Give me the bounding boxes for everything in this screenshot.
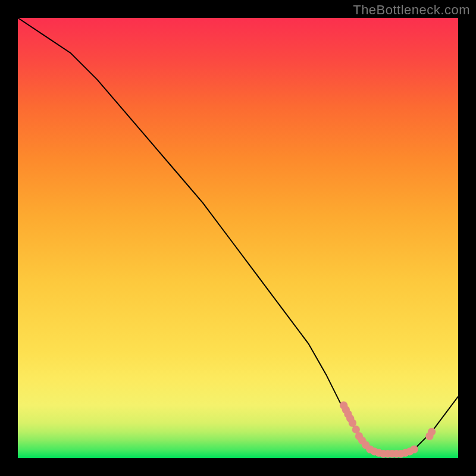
highlight-dot [410,446,418,453]
highlight-dots [340,402,436,458]
chart-frame: TheBottleneck.com [0,0,476,476]
watermark-text: TheBottleneck.com [353,2,470,18]
plot-area [18,18,458,458]
highlight-dot [428,428,436,436]
chart-svg [18,18,458,458]
bottleneck-curve [18,18,458,454]
